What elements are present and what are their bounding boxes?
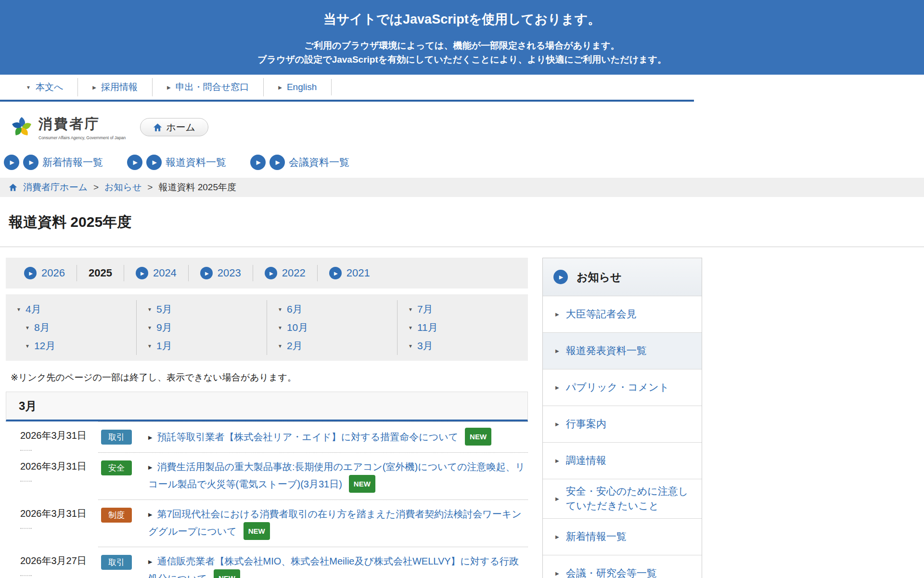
banner-line-1: ご利用のブラウザ環境によっては、機能が一部限定される場合があります。 — [0, 39, 924, 53]
triangle-right-icon: ▶ — [148, 512, 152, 517]
skip-to-content-link[interactable]: 本文へ — [36, 81, 63, 93]
date-dots — [20, 575, 32, 576]
new-info-list-link[interactable]: 新着情報一覧 — [42, 156, 103, 169]
nav-item-english[interactable]: ▶ English — [264, 79, 332, 95]
agency-logo[interactable]: 消費者庁 Consumer Affairs Agency, Government… — [11, 112, 126, 142]
month-link-june[interactable]: ▼6月 — [278, 300, 397, 318]
nav-item-skip-to-content[interactable]: ▼ 本文へ — [12, 78, 78, 96]
triangle-right-icon: ▶ — [555, 496, 559, 501]
logo-subtitle: Consumer Affairs Agency, Government of J… — [38, 135, 126, 140]
arrow-circle-icon: ▶ — [24, 267, 37, 279]
date-dots — [20, 528, 32, 529]
sidebar-item-public-comment[interactable]: ▶ パブリック・コメント — [543, 369, 702, 406]
year-tab-2025-current: 2025 — [77, 265, 124, 281]
month-link-october[interactable]: ▼10月 — [278, 318, 397, 337]
triangle-right-icon: ▶ — [555, 571, 559, 576]
arrow-circle-icon: ▶ — [146, 155, 162, 170]
news-link[interactable]: 消費生活用製品の重大製品事故:長期使用のエアコン(室外機)についての注意喚起、リ… — [148, 461, 525, 489]
year-tab-2022[interactable]: ▶ 2022 — [253, 265, 318, 281]
month-link-january[interactable]: ▼1月 — [147, 337, 267, 355]
news-sidebar: ▶ お知らせ ▶ 大臣等記者会見 ▶ 報道発表資料一覧 ▶ パブリック・コメント… — [542, 258, 702, 578]
month-link-february[interactable]: ▼2月 — [278, 337, 397, 355]
triangle-down-icon: ▼ — [278, 325, 282, 330]
new-badge: NEW — [465, 428, 491, 446]
year-link[interactable]: 2022 — [282, 267, 306, 279]
quick-link-meetings[interactable]: ▶ ▶ 会議資料一覧 — [250, 155, 349, 170]
home-icon — [9, 183, 17, 192]
month-link-august[interactable]: ▼8月 — [16, 318, 136, 337]
news-link[interactable]: 第7回現代社会における消費者取引の在り方を踏まえた消費者契約法検討会ワーキンググ… — [148, 509, 522, 537]
month-link-december[interactable]: ▼12月 — [16, 337, 136, 355]
triangle-right-icon: ▶ — [555, 348, 559, 354]
triangle-down-icon: ▼ — [25, 343, 30, 349]
triangle-down-icon: ▼ — [25, 325, 30, 330]
month-links: ▼4月 ▼8月 ▼12月 ▼5月 ▼9月 ▼1月 ▼6月 ▼10月 ▼2月 ▼7… — [6, 294, 528, 361]
news-date: 2026年3月31日 — [20, 421, 98, 452]
year-link[interactable]: 2026 — [41, 267, 65, 279]
year-link[interactable]: 2023 — [218, 267, 241, 279]
arrow-circle-icon: ▶ — [23, 155, 38, 170]
breadcrumb-news-link[interactable]: お知らせ — [104, 181, 141, 194]
news-link[interactable]: 通信販売業者【株式会社MIO、株式会社Meilie及び株式会社WELLVY】に対… — [148, 556, 519, 578]
month-link-march[interactable]: ▼3月 — [408, 337, 527, 355]
month-column: ▼4月 ▼8月 ▼12月 — [6, 300, 136, 355]
sidebar-item-press-releases[interactable]: ▶ 報道発表資料一覧 — [543, 332, 702, 369]
sidebar-item-procurement[interactable]: ▶ 調達情報 — [543, 442, 702, 479]
arrow-circle-icon: ▶ — [136, 267, 148, 279]
chevron-right-icon: ▶ — [167, 85, 171, 90]
quick-link-press[interactable]: ▶ ▶ 報道資料一覧 — [127, 155, 226, 170]
arrow-circle-icon: ▶ — [200, 267, 213, 279]
year-link[interactable]: 2021 — [346, 267, 370, 279]
sidebar-item-press-conference[interactable]: ▶ 大臣等記者会見 — [543, 296, 702, 332]
nav-item-recruit[interactable]: ▶ 採用情報 — [78, 78, 153, 96]
triangle-right-icon: ▶ — [148, 559, 152, 565]
quick-link-new-info[interactable]: ▶ ▶ 新着情報一覧 — [4, 155, 103, 170]
month-link-may[interactable]: ▼5月 — [147, 300, 267, 318]
arrow-circle-icon: ▶ — [4, 155, 19, 170]
sidebar-item-events[interactable]: ▶ 行事案内 — [543, 406, 702, 442]
triangle-right-icon: ▶ — [148, 464, 152, 470]
triangle-down-icon: ▼ — [147, 325, 152, 330]
year-tab-2023[interactable]: ▶ 2023 — [189, 265, 253, 281]
triangle-down-icon: ▼ — [408, 325, 413, 330]
year-tab-2026[interactable]: ▶ 2026 — [13, 265, 77, 281]
new-badge: NEW — [214, 569, 240, 578]
utility-nav-bar: ▼ 本文へ ▶ 採用情報 ▶ 申出・問合せ窓口 ▶ English — [0, 75, 694, 102]
news-row: 2026年3月31日 安全 ▶消費生活用製品の重大製品事故:長期使用のエアコン(… — [6, 452, 528, 499]
english-link[interactable]: English — [287, 82, 317, 92]
month-link-september[interactable]: ▼9月 — [147, 318, 267, 337]
meeting-list-link[interactable]: 会議資料一覧 — [289, 156, 349, 169]
month-link-april[interactable]: ▼4月 — [16, 300, 136, 318]
month-link-november[interactable]: ▼11月 — [408, 318, 527, 337]
triangle-down-icon: ▼ — [278, 307, 282, 312]
triangle-down-icon: ▼ — [408, 343, 413, 349]
triangle-right-icon: ▶ — [148, 434, 152, 440]
home-button[interactable]: ホーム — [140, 118, 208, 136]
home-button-label: ホーム — [166, 121, 195, 134]
breadcrumb-home-link[interactable]: 消費者庁ホーム — [23, 181, 88, 194]
news-link[interactable]: 預託等取引業者【株式会社リア・エイド】に対する措置命令について — [157, 432, 458, 442]
news-date: 2026年3月27日 — [20, 547, 98, 578]
arrow-circle-icon: ▶ — [329, 267, 342, 279]
recruit-link[interactable]: 採用情報 — [101, 81, 138, 93]
sidebar-item-safety-caution[interactable]: ▶ 安全・安心のために注意していただきたいこと — [543, 479, 702, 518]
year-tab-2024[interactable]: ▶ 2024 — [124, 265, 189, 281]
category-badge: 取引 — [101, 555, 132, 570]
year-tab-2021[interactable]: ▶ 2021 — [318, 265, 382, 281]
year-current-label: 2025 — [89, 267, 112, 279]
breadcrumb-separator: > — [147, 182, 153, 193]
nav-item-contact[interactable]: ▶ 申出・問合せ窓口 — [153, 78, 264, 96]
chevron-right-icon: ▶ — [92, 85, 96, 90]
sidebar-item-meetings[interactable]: ▶ 会議・研究会等一覧 — [543, 555, 702, 578]
category-badge: 取引 — [101, 430, 132, 445]
month-link-july[interactable]: ▼7月 — [408, 300, 527, 318]
press-list-link[interactable]: 報道資料一覧 — [166, 156, 226, 169]
triangle-down-icon: ▼ — [408, 307, 413, 312]
contact-link[interactable]: 申出・問合せ窓口 — [176, 81, 249, 93]
year-link[interactable]: 2024 — [153, 267, 177, 279]
triangle-right-icon: ▶ — [555, 312, 559, 317]
news-date: 2026年3月31日 — [20, 499, 98, 547]
triangle-down-icon: ▼ — [147, 343, 152, 349]
new-badge: NEW — [244, 522, 270, 540]
sidebar-item-new-info[interactable]: ▶ 新着情報一覧 — [543, 518, 702, 555]
